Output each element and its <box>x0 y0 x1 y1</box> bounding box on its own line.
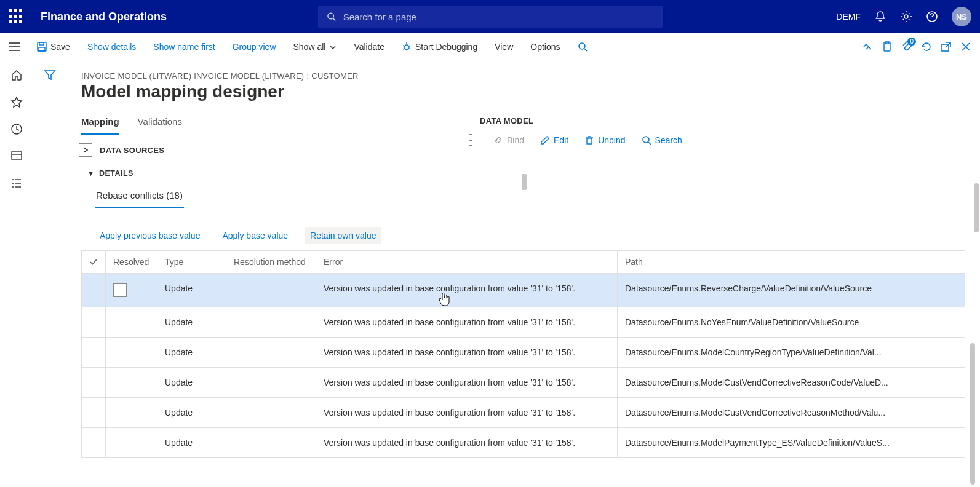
svg-line-14 <box>403 49 404 49</box>
row-select-cell[interactable] <box>82 274 106 307</box>
command-bar: Save Show details Show name first Group … <box>0 33 980 60</box>
tab-mapping[interactable]: Mapping <box>81 113 119 135</box>
svg-rect-9 <box>39 47 45 51</box>
modules-icon[interactable] <box>10 177 23 189</box>
checkbox[interactable] <box>113 283 127 297</box>
row-path-cell: Datasource/Enums.ModelCustVendCorrective… <box>618 398 965 428</box>
avatar[interactable]: NS <box>952 7 971 26</box>
column-select[interactable] <box>82 251 106 274</box>
caret-down-icon: ▼ <box>87 170 94 177</box>
app-title: Finance and Operations <box>41 10 167 23</box>
row-path-cell: Datasource/Enums.NoYesEnum/ValueDefiniti… <box>618 307 965 338</box>
popout-icon[interactable] <box>941 41 952 52</box>
edit-button[interactable]: Edit <box>540 135 568 145</box>
data-sources-label: DATA SOURCES <box>100 146 164 155</box>
column-type[interactable]: Type <box>157 251 226 274</box>
svg-point-16 <box>579 43 585 49</box>
right-scrollbar[interactable] <box>974 183 979 232</box>
row-resolved-cell[interactable] <box>106 398 157 428</box>
row-error-cell: Version was updated in base configuratio… <box>316 368 618 398</box>
global-search[interactable] <box>318 6 663 28</box>
row-resolved-cell[interactable] <box>106 307 157 338</box>
start-debugging-button[interactable]: Start Debugging <box>394 38 485 55</box>
row-select-cell[interactable] <box>82 368 106 398</box>
home-icon[interactable] <box>10 69 23 81</box>
row-resolved-cell[interactable] <box>106 428 157 458</box>
bell-icon[interactable] <box>874 10 886 23</box>
search-icon <box>642 135 651 145</box>
company-label[interactable]: DEMF <box>836 12 861 22</box>
view-button[interactable]: View <box>487 38 520 55</box>
show-all-dropdown[interactable]: Show all <box>286 38 345 55</box>
show-details-button[interactable]: Show details <box>80 38 143 55</box>
tab-validations[interactable]: Validations <box>138 113 182 135</box>
search-input[interactable] <box>343 12 654 22</box>
data-sources-toggle[interactable] <box>79 143 92 157</box>
recent-icon[interactable] <box>10 123 23 135</box>
table-row[interactable]: Update Version was updated in base confi… <box>82 338 965 368</box>
row-type-cell: Update <box>157 398 226 428</box>
show-name-first-button[interactable]: Show name first <box>146 38 222 55</box>
search-button[interactable] <box>570 38 595 55</box>
filter-icon[interactable] <box>44 69 56 81</box>
column-error[interactable]: Error <box>316 251 618 274</box>
search-icon <box>578 42 588 52</box>
row-select-cell[interactable] <box>82 338 106 368</box>
waffle-icon[interactable] <box>9 9 23 24</box>
breadcrumb: INVOICE MODEL (LITWARE) INVOICE MODEL (L… <box>81 71 965 81</box>
row-error-cell: Version was updated in base configuratio… <box>316 274 618 307</box>
svg-point-10 <box>404 45 409 50</box>
table-row[interactable]: Update Version was updated in base confi… <box>82 274 965 307</box>
main-tabs: Mapping Validations <box>81 113 438 135</box>
apply-previous-base-button[interactable]: Apply previous base value <box>95 227 205 244</box>
unbind-button[interactable]: Unbind <box>584 135 625 145</box>
row-select-cell[interactable] <box>82 428 106 458</box>
clipboard-icon[interactable] <box>882 41 893 52</box>
workspace-icon[interactable] <box>10 150 23 162</box>
svg-point-0 <box>327 13 333 18</box>
drag-handle-icon[interactable] <box>469 134 472 146</box>
row-path-cell: Datasource/Enums.ModelCustVendCorrective… <box>618 368 965 398</box>
search-button-dm[interactable]: Search <box>642 135 682 145</box>
splitter-handle[interactable] <box>522 174 527 190</box>
options-button[interactable]: Options <box>523 38 567 55</box>
attachments-icon[interactable]: 0 <box>901 41 912 52</box>
row-method-cell <box>226 398 316 428</box>
row-resolved-cell[interactable] <box>106 274 157 307</box>
validate-button[interactable]: Validate <box>346 38 392 55</box>
svg-rect-26 <box>12 152 22 159</box>
check-icon <box>89 258 98 266</box>
row-resolved-cell[interactable] <box>106 338 157 368</box>
table-row[interactable]: Update Version was updated in base confi… <box>82 428 965 458</box>
link-icon[interactable] <box>862 41 873 52</box>
column-resolved[interactable]: Resolved <box>106 251 157 274</box>
close-icon[interactable] <box>960 41 971 52</box>
row-select-cell[interactable] <box>82 398 106 428</box>
tab-rebase-conflicts[interactable]: Rebase conflicts (18) <box>95 186 184 208</box>
star-icon[interactable] <box>10 96 23 108</box>
row-type-cell: Update <box>157 274 226 307</box>
column-path[interactable]: Path <box>618 251 965 274</box>
table-row[interactable]: Update Version was updated in base confi… <box>82 398 965 428</box>
row-path-cell: Datasource/Enums.ModelPaymentType_ES/Val… <box>618 428 965 458</box>
retain-own-button[interactable]: Retain own value <box>305 227 381 244</box>
column-resolution-method[interactable]: Resolution method <box>226 251 316 274</box>
group-view-button[interactable]: Group view <box>225 38 284 55</box>
row-method-cell <box>226 274 316 307</box>
row-select-cell[interactable] <box>82 307 106 338</box>
row-resolved-cell[interactable] <box>106 368 157 398</box>
bind-button: Bind <box>493 135 524 145</box>
refresh-icon[interactable] <box>921 41 932 52</box>
top-nav: Finance and Operations DEMF NS <box>0 0 980 33</box>
save-button[interactable]: Save <box>30 38 78 55</box>
table-row[interactable]: Update Version was updated in base confi… <box>82 368 965 398</box>
gear-icon[interactable] <box>900 10 912 23</box>
svg-point-38 <box>643 137 649 143</box>
apply-base-button[interactable]: Apply base value <box>217 227 293 244</box>
hamburger-icon[interactable] <box>9 42 23 51</box>
help-icon[interactable] <box>926 10 938 23</box>
search-icon <box>327 12 336 22</box>
row-error-cell: Version was updated in base configuratio… <box>316 398 618 428</box>
table-scrollbar[interactable] <box>970 343 975 485</box>
table-row[interactable]: Update Version was updated in base confi… <box>82 307 965 338</box>
